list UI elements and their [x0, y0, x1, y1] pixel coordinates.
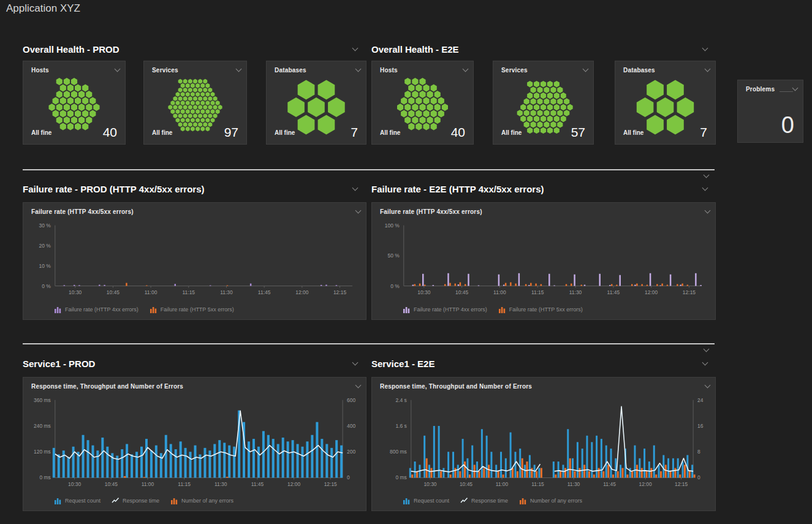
hexagon-healthy[interactable] — [531, 110, 536, 116]
hexagon-healthy[interactable] — [637, 97, 654, 117]
hexagon-healthy[interactable] — [520, 104, 526, 111]
hexagon-healthy[interactable] — [520, 116, 526, 123]
chevron-down-icon[interactable] — [701, 360, 708, 367]
hexagon-healthy[interactable] — [434, 116, 441, 124]
hexagon-healthy[interactable] — [198, 88, 202, 93]
hexagon-healthy[interactable] — [188, 122, 192, 127]
hexagon-healthy[interactable] — [550, 110, 556, 116]
hexagon-healthy[interactable] — [203, 105, 207, 110]
tile-problems[interactable]: Problems 0 — [737, 80, 803, 143]
chevron-down-icon[interactable] — [702, 172, 710, 180]
hexagon-healthy[interactable] — [408, 97, 414, 105]
hexagon-healthy[interactable] — [191, 101, 195, 105]
legend-item[interactable]: Request count — [403, 497, 449, 504]
hexagon-healthy[interactable] — [191, 92, 195, 97]
hexagon-healthy[interactable] — [186, 126, 190, 131]
hexagon-healthy[interactable] — [550, 121, 556, 128]
chevron-down-icon[interactable] — [701, 185, 708, 192]
hexagon-healthy[interactable] — [205, 101, 210, 105]
hexagon-healthy[interactable] — [419, 91, 425, 98]
hexagon-healthy[interactable] — [191, 83, 195, 88]
hexagon-healthy[interactable] — [431, 123, 437, 131]
hexagon-healthy[interactable] — [195, 92, 200, 97]
chevron-down-icon[interactable] — [791, 85, 799, 93]
hexagon-healthy[interactable] — [397, 104, 403, 111]
hexagon-healthy[interactable] — [208, 88, 213, 93]
hexagon-healthy[interactable] — [541, 127, 546, 134]
hexagon-healthy[interactable] — [401, 110, 407, 118]
hexagon-healthy[interactable] — [186, 118, 190, 123]
hexagon-healthy[interactable] — [168, 105, 172, 110]
hexagon-healthy[interactable] — [78, 104, 85, 111]
hexagon-healthy[interactable] — [218, 105, 222, 110]
hexagon-healthy[interactable] — [53, 97, 59, 105]
hexagon-healthy[interactable] — [527, 127, 533, 134]
hexagon-healthy[interactable] — [183, 113, 188, 118]
tile-service1-e2e[interactable]: 0 ms800 ms1.6 s2.4 s08162410:3010:4511:0… — [371, 377, 716, 511]
hexagon-healthy[interactable] — [67, 97, 74, 105]
legend-item[interactable]: Response time — [112, 497, 159, 504]
hexagon-healthy[interactable] — [534, 116, 539, 123]
hexagon-healthy[interactable] — [67, 123, 74, 131]
hexagon-healthy[interactable] — [186, 83, 190, 88]
hexagon-healthy[interactable] — [415, 85, 422, 92]
tile-service1-prod[interactable]: 0 ms120 ms240 ms360 ms020040060010:3010:… — [23, 377, 366, 511]
hexagon-healthy[interactable] — [176, 92, 180, 97]
tile-failure-rate-prod[interactable]: 0 %10 %20 %30 %10:3010:4511:0011:1511:30… — [23, 202, 366, 320]
hexagon-healthy[interactable] — [82, 85, 88, 92]
hexagon-healthy[interactable] — [200, 118, 205, 123]
hexagon-healthy[interactable] — [188, 113, 192, 118]
hexagon-healthy[interactable] — [200, 109, 205, 114]
failure-rate-e2e-chart[interactable]: 0 %50 %100 %10:3010:4511:0011:1511:3011:… — [372, 203, 715, 319]
hexagon-healthy[interactable] — [544, 121, 549, 128]
hexagon-healthy[interactable] — [534, 93, 539, 99]
chevron-down-icon[interactable] — [351, 185, 359, 192]
hexagon-healthy[interactable] — [188, 96, 192, 101]
hexagon-healthy[interactable] — [64, 78, 70, 85]
chevron-down-icon[interactable] — [354, 382, 362, 390]
service1-prod-chart[interactable]: 0 ms120 ms240 ms360 ms020040060010:3010:… — [23, 378, 366, 511]
hexagon-healthy[interactable] — [75, 97, 81, 105]
hexagon-healthy[interactable] — [564, 98, 569, 105]
legend-item[interactable]: Failure rate (HTTP 4xx errors) — [54, 306, 138, 313]
hexagon-healthy[interactable] — [193, 105, 197, 110]
hexagon-healthy[interactable] — [198, 122, 202, 127]
hexagon-healthy[interactable] — [541, 116, 546, 123]
hexagon-healthy[interactable] — [71, 116, 77, 124]
hexagon-healthy[interactable] — [213, 113, 218, 118]
hexagon-healthy[interactable] — [178, 105, 183, 110]
hexagon-healthy[interactable] — [170, 101, 175, 105]
hexagon-healthy[interactable] — [423, 85, 430, 92]
hexagon-healthy[interactable] — [442, 104, 448, 111]
hexagon-healthy[interactable] — [198, 96, 202, 101]
chevron-down-icon[interactable] — [704, 382, 711, 390]
legend-item[interactable]: Request count — [54, 497, 101, 504]
hexagon-healthy[interactable] — [213, 96, 218, 101]
hexagon-healthy[interactable] — [193, 88, 197, 93]
chevron-down-icon[interactable] — [461, 66, 469, 74]
hexagon-healthy[interactable] — [173, 105, 178, 110]
hexagon-healthy[interactable] — [537, 98, 543, 105]
hexagon-healthy[interactable] — [419, 78, 425, 85]
hexagon-healthy[interactable] — [195, 118, 200, 123]
hexagon-healthy[interactable] — [211, 101, 215, 105]
hexagon-healthy[interactable] — [318, 80, 335, 100]
hexagon-healthy[interactable] — [188, 79, 192, 84]
hexagon-healthy[interactable] — [423, 97, 430, 105]
hexagon-healthy[interactable] — [205, 126, 210, 131]
hexagon-healthy[interactable] — [527, 116, 533, 123]
hexagon-healthy[interactable] — [181, 101, 185, 105]
hexagon-healthy[interactable] — [86, 104, 92, 111]
hexagon-healthy[interactable] — [534, 127, 539, 134]
hexagon-healthy[interactable] — [531, 98, 536, 105]
hexagon-healthy[interactable] — [203, 113, 207, 118]
hexagon-healthy[interactable] — [408, 110, 414, 118]
hexagon-healthy[interactable] — [200, 126, 205, 131]
tile-services-e2e[interactable]: Services All fine 57 — [493, 61, 594, 145]
hexagon-healthy[interactable] — [86, 91, 92, 98]
hexagon-healthy[interactable] — [53, 110, 59, 118]
hexagon-healthy[interactable] — [415, 110, 422, 118]
chevron-down-icon[interactable] — [351, 45, 359, 53]
legend-item[interactable]: Number of any errors — [170, 497, 233, 504]
hexagon-healthy[interactable] — [71, 91, 77, 98]
